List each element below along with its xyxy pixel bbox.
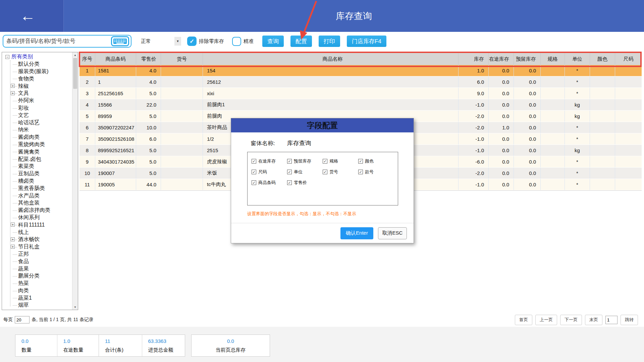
table-row[interactable]: 214.0256126.00.00.0* <box>79 76 642 88</box>
cancel-button[interactable]: 取消ESC <box>378 227 407 239</box>
tree-expand-icon[interactable] <box>11 245 15 249</box>
sidebar-item[interactable]: 服装类(服装) <box>5 68 72 75</box>
first-page-button[interactable]: 首页 <box>515 315 532 325</box>
sidebar-item[interactable]: 豆制品类 <box>5 170 72 178</box>
sidebar-item[interactable]: 酱卤肉类 <box>5 134 72 141</box>
column-header[interactable]: 颜色 <box>590 53 615 65</box>
tree-expand-icon[interactable] <box>11 223 15 227</box>
table-cell: 1 <box>79 65 95 76</box>
sidebar-item[interactable]: 酱卤凉拌肉类 <box>5 207 72 214</box>
field-checkbox-reserved-stock[interactable]: ✓ 预留库存 <box>287 158 323 164</box>
sidebar-item[interactable]: 正邦 <box>5 251 72 258</box>
sidebar-item[interactable]: 酒水畅饮 <box>5 236 72 243</box>
sidebar-item[interactable]: 彩妆 <box>5 105 72 112</box>
tree-expand-icon[interactable] <box>11 84 15 88</box>
stat-value: 11 <box>105 338 142 344</box>
sidebar-item[interactable]: 哈话话乥 <box>5 119 72 126</box>
field-checkbox-size[interactable]: ✓ 尺码 <box>252 169 287 175</box>
sidebar-item[interactable]: 肉类 <box>5 287 72 295</box>
sidebar-item[interactable]: 文艺 <box>5 112 72 119</box>
table-cell: 6.0 <box>459 76 489 87</box>
column-header[interactable]: 商品名称 <box>203 53 459 65</box>
sidebar-scrollbar[interactable]: ▲ ▼ <box>72 52 78 310</box>
column-header[interactable]: 单位 <box>565 53 590 65</box>
sidebar-item[interactable]: 默认分类 <box>5 61 72 68</box>
per-page-input[interactable] <box>15 316 30 323</box>
field-checkbox-item-no[interactable]: ✓ 货号 <box>323 169 358 175</box>
field-checkbox-in-transit-stock[interactable]: ✓ 在途库存 <box>252 158 287 164</box>
sidebar-item[interactable]: 熏煮香肠类 <box>5 185 72 192</box>
jump-button[interactable]: 跳转 <box>621 315 638 325</box>
sidebar-item[interactable]: 辣椒 <box>5 82 72 90</box>
field-checkbox-barcode[interactable]: ✓ 商品条码 <box>252 180 287 186</box>
search-input[interactable] <box>6 38 111 45</box>
sidebar-item[interactable]: 酱腌禽类 <box>5 148 72 156</box>
column-header[interactable]: 在途库存 <box>489 53 514 65</box>
scroll-up-icon[interactable]: ▲ <box>72 52 78 58</box>
sidebar-item[interactable]: 文具 <box>5 90 72 97</box>
column-header[interactable]: 货号 <box>161 53 203 65</box>
column-header[interactable]: 规格 <box>541 53 565 65</box>
column-header[interactable]: 库存 <box>459 53 489 65</box>
table-cell: 8 <box>79 145 95 156</box>
table-cell <box>541 76 565 87</box>
sidebar-item[interactable]: 科目111111 <box>5 221 72 229</box>
sidebar-item[interactable]: 鹏展分类 <box>5 273 72 280</box>
sidebar-item[interactable]: 食物类 <box>5 75 72 82</box>
precise-checkbox[interactable] <box>232 37 241 46</box>
column-header[interactable]: 序号 <box>79 53 95 65</box>
sidebar-item[interactable]: 所有类别 <box>5 53 72 61</box>
scroll-down-icon[interactable]: ▼ <box>72 304 78 310</box>
prev-page-button[interactable]: 上一页 <box>535 315 557 325</box>
table-cell: 0.0 <box>514 88 541 99</box>
sidebar-item[interactable]: 糟卤类 <box>5 178 72 185</box>
keyboard-icon[interactable] <box>111 36 129 46</box>
scrollbar-thumb[interactable] <box>73 58 77 89</box>
field-checkbox-style-no[interactable]: ✓ 款号 <box>358 169 394 175</box>
field-checkbox-retail-price[interactable]: ✓ 零售价 <box>287 180 323 186</box>
table-row[interactable]: 32512561655.0xixi9.00.00.0* <box>79 88 642 99</box>
sidebar-item[interactable]: 热菜 <box>5 280 72 287</box>
sidebar-item[interactable]: 蔬菜1 <box>5 294 72 302</box>
sidebar-item[interactable]: 配菜.卤包 <box>5 156 72 163</box>
tree-expand-icon[interactable] <box>5 55 9 59</box>
sidebar-item[interactable]: 线上 <box>5 229 72 236</box>
print-button[interactable]: 打印 <box>319 36 340 47</box>
stat-label: 合计(条) <box>105 347 142 353</box>
status-dropdown[interactable]: 正常 ▼ <box>141 36 181 46</box>
field-checkbox-spec[interactable]: ✓ 规格 <box>323 158 358 164</box>
sidebar-item[interactable]: 熏烧烤肉类 <box>5 141 72 148</box>
last-page-button[interactable]: 末页 <box>585 315 602 325</box>
dropdown-arrow-icon[interactable]: ▼ <box>174 37 181 46</box>
column-header[interactable]: 尺码 <box>615 53 642 65</box>
table-cell: kg <box>565 99 590 110</box>
sidebar-item[interactable]: 水产品类 <box>5 192 72 199</box>
column-header[interactable]: 商品条码 <box>95 53 136 65</box>
sidebar-item[interactable]: 烟草 <box>5 302 72 309</box>
sidebar-item[interactable]: 休闲系列 <box>5 214 72 222</box>
field-checkbox-color[interactable]: ✓ 颜色 <box>358 158 394 164</box>
sidebar-item[interactable]: 其他盒装 <box>5 199 72 207</box>
back-button[interactable]: ← <box>0 0 64 32</box>
tree-expand-icon[interactable] <box>11 91 15 95</box>
table-row[interactable]: 115814.01541.00.00.0* <box>79 65 642 76</box>
store-stock-button[interactable]: 门店库存F4 <box>347 36 386 47</box>
exclude-zero-stock-checkbox[interactable]: ✓ <box>187 37 197 46</box>
column-header[interactable]: 零售价 <box>136 53 161 65</box>
sidebar-item[interactable]: 素菜类 <box>5 163 72 170</box>
tree-expand-icon[interactable] <box>11 237 15 241</box>
scrollbar-track[interactable] <box>72 89 78 304</box>
field-checkbox-unit[interactable]: ✓ 单位 <box>287 169 323 175</box>
sidebar-item[interactable]: 外阿米 <box>5 97 72 105</box>
confirm-button[interactable]: 确认Enter <box>340 227 373 239</box>
column-header[interactable]: 预留库存 <box>514 53 541 65</box>
config-button[interactable]: 配置 <box>290 36 312 47</box>
table-row[interactable]: 41556622.0前腿肉1-1.00.00.0kg <box>79 99 642 111</box>
next-page-button[interactable]: 下一页 <box>560 315 582 325</box>
jump-page-input[interactable] <box>605 316 618 324</box>
sidebar-item[interactable]: 食品 <box>5 258 72 265</box>
query-button[interactable]: 查询 <box>262 36 284 47</box>
sidebar-item[interactable]: 蔬果 <box>5 265 72 273</box>
sidebar-item[interactable]: 节日礼盒 <box>5 243 72 251</box>
sidebar-item[interactable]: 纳米 <box>5 126 72 134</box>
